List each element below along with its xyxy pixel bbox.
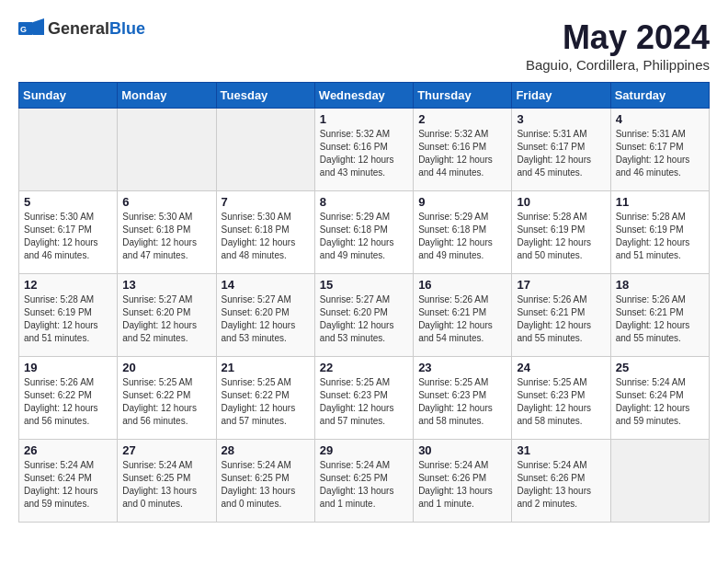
day-info: Sunrise: 5:25 AM Sunset: 6:22 PM Dayligh… [122, 376, 210, 428]
day-number: 8 [320, 195, 408, 209]
day-number: 6 [122, 195, 210, 209]
calendar-cell: 26Sunrise: 5:24 AM Sunset: 6:24 PM Dayli… [19, 440, 118, 523]
col-header-saturday: Saturday [610, 83, 709, 109]
day-number: 22 [320, 361, 408, 374]
day-number: 19 [24, 361, 112, 374]
day-info: Sunrise: 5:24 AM Sunset: 6:24 PM Dayligh… [616, 376, 704, 428]
day-number: 30 [418, 443, 506, 457]
calendar-cell: 17Sunrise: 5:26 AM Sunset: 6:21 PM Dayli… [512, 274, 610, 357]
day-info: Sunrise: 5:24 AM Sunset: 6:25 PM Dayligh… [320, 459, 408, 511]
calendar-cell [610, 440, 709, 523]
logo-icon: G [18, 18, 44, 39]
day-number: 2 [418, 112, 506, 126]
day-number: 26 [24, 443, 112, 457]
calendar-cell: 15Sunrise: 5:27 AM Sunset: 6:20 PM Dayli… [314, 274, 413, 357]
calendar-cell [118, 109, 216, 191]
calendar-cell: 23Sunrise: 5:25 AM Sunset: 6:23 PM Dayli… [414, 357, 512, 440]
calendar-cell: 8Sunrise: 5:29 AM Sunset: 6:18 PM Daylig… [314, 191, 413, 274]
calendar-cell: 31Sunrise: 5:24 AM Sunset: 6:26 PM Dayli… [512, 440, 610, 523]
calendar-cell: 25Sunrise: 5:24 AM Sunset: 6:24 PM Dayli… [610, 357, 709, 440]
day-number: 21 [222, 361, 310, 374]
day-number: 27 [122, 443, 210, 457]
day-info: Sunrise: 5:32 AM Sunset: 6:16 PM Dayligh… [320, 128, 408, 179]
day-number: 3 [517, 112, 605, 126]
calendar-cell: 6Sunrise: 5:30 AM Sunset: 6:18 PM Daylig… [118, 191, 216, 274]
calendar-cell: 13Sunrise: 5:27 AM Sunset: 6:20 PM Dayli… [118, 274, 216, 357]
col-header-thursday: Thursday [414, 83, 512, 109]
calendar-cell: 18Sunrise: 5:26 AM Sunset: 6:21 PM Dayli… [610, 274, 709, 357]
day-number: 13 [122, 278, 210, 292]
header: G GeneralBlue May 2024 Baguio, Cordiller… [18, 18, 710, 73]
week-row-5: 26Sunrise: 5:24 AM Sunset: 6:24 PM Dayli… [19, 440, 710, 523]
day-info: Sunrise: 5:27 AM Sunset: 6:20 PM Dayligh… [222, 293, 310, 345]
calendar-table: SundayMondayTuesdayWednesdayThursdayFrid… [18, 82, 710, 523]
day-info: Sunrise: 5:26 AM Sunset: 6:21 PM Dayligh… [517, 293, 605, 345]
day-number: 4 [616, 112, 704, 126]
calendar-cell: 7Sunrise: 5:30 AM Sunset: 6:18 PM Daylig… [216, 191, 314, 274]
day-info: Sunrise: 5:29 AM Sunset: 6:18 PM Dayligh… [418, 211, 506, 262]
calendar-cell: 10Sunrise: 5:28 AM Sunset: 6:19 PM Dayli… [512, 191, 610, 274]
day-info: Sunrise: 5:24 AM Sunset: 6:26 PM Dayligh… [418, 459, 506, 511]
day-info: Sunrise: 5:27 AM Sunset: 6:20 PM Dayligh… [320, 293, 408, 345]
col-header-wednesday: Wednesday [314, 83, 413, 109]
day-number: 31 [517, 443, 605, 457]
day-info: Sunrise: 5:24 AM Sunset: 6:24 PM Dayligh… [24, 459, 112, 511]
month-title: May 2024 [526, 18, 710, 57]
calendar-cell: 28Sunrise: 5:24 AM Sunset: 6:25 PM Dayli… [216, 440, 314, 523]
day-number: 17 [517, 278, 605, 292]
calendar-cell: 9Sunrise: 5:29 AM Sunset: 6:18 PM Daylig… [414, 191, 512, 274]
day-number: 11 [616, 195, 704, 209]
day-number: 18 [616, 278, 704, 292]
calendar-cell [216, 109, 314, 191]
calendar-cell: 4Sunrise: 5:31 AM Sunset: 6:17 PM Daylig… [610, 109, 709, 191]
day-info: Sunrise: 5:24 AM Sunset: 6:25 PM Dayligh… [122, 459, 210, 511]
day-number: 1 [320, 112, 408, 126]
calendar-cell: 27Sunrise: 5:24 AM Sunset: 6:25 PM Dayli… [118, 440, 216, 523]
day-info: Sunrise: 5:28 AM Sunset: 6:19 PM Dayligh… [616, 211, 704, 262]
day-info: Sunrise: 5:24 AM Sunset: 6:25 PM Dayligh… [222, 459, 310, 511]
calendar-cell: 21Sunrise: 5:25 AM Sunset: 6:22 PM Dayli… [216, 357, 314, 440]
title-area: May 2024 Baguio, Cordillera, Philippines [526, 18, 710, 73]
svg-text:G: G [20, 25, 27, 34]
day-number: 24 [517, 361, 605, 374]
day-number: 14 [222, 278, 310, 292]
day-info: Sunrise: 5:25 AM Sunset: 6:23 PM Dayligh… [517, 376, 605, 428]
col-header-sunday: Sunday [19, 83, 118, 109]
day-number: 7 [222, 195, 310, 209]
day-info: Sunrise: 5:31 AM Sunset: 6:17 PM Dayligh… [517, 128, 605, 179]
day-number: 16 [418, 278, 506, 292]
day-info: Sunrise: 5:28 AM Sunset: 6:19 PM Dayligh… [24, 293, 112, 345]
calendar-cell: 22Sunrise: 5:25 AM Sunset: 6:23 PM Dayli… [314, 357, 413, 440]
day-number: 29 [320, 443, 408, 457]
calendar-cell: 16Sunrise: 5:26 AM Sunset: 6:21 PM Dayli… [414, 274, 512, 357]
calendar-cell: 14Sunrise: 5:27 AM Sunset: 6:20 PM Dayli… [216, 274, 314, 357]
calendar-cell [19, 109, 118, 191]
day-info: Sunrise: 5:25 AM Sunset: 6:23 PM Dayligh… [320, 376, 408, 428]
day-info: Sunrise: 5:27 AM Sunset: 6:20 PM Dayligh… [122, 293, 210, 345]
day-number: 15 [320, 278, 408, 292]
svg-marker-2 [33, 18, 44, 35]
day-info: Sunrise: 5:25 AM Sunset: 6:22 PM Dayligh… [222, 376, 310, 428]
day-info: Sunrise: 5:31 AM Sunset: 6:17 PM Dayligh… [616, 128, 704, 179]
calendar-cell: 11Sunrise: 5:28 AM Sunset: 6:19 PM Dayli… [610, 191, 709, 274]
calendar-cell: 12Sunrise: 5:28 AM Sunset: 6:19 PM Dayli… [19, 274, 118, 357]
day-info: Sunrise: 5:32 AM Sunset: 6:16 PM Dayligh… [418, 128, 506, 179]
calendar-cell: 19Sunrise: 5:26 AM Sunset: 6:22 PM Dayli… [19, 357, 118, 440]
calendar-cell: 2Sunrise: 5:32 AM Sunset: 6:16 PM Daylig… [414, 109, 512, 191]
day-number: 28 [222, 443, 310, 457]
calendar-cell: 20Sunrise: 5:25 AM Sunset: 6:22 PM Dayli… [118, 357, 216, 440]
day-info: Sunrise: 5:24 AM Sunset: 6:26 PM Dayligh… [517, 459, 605, 511]
header-row: SundayMondayTuesdayWednesdayThursdayFrid… [19, 83, 710, 109]
calendar-cell: 30Sunrise: 5:24 AM Sunset: 6:26 PM Dayli… [414, 440, 512, 523]
day-info: Sunrise: 5:29 AM Sunset: 6:18 PM Dayligh… [320, 211, 408, 262]
day-info: Sunrise: 5:26 AM Sunset: 6:21 PM Dayligh… [418, 293, 506, 345]
day-number: 9 [418, 195, 506, 209]
logo-blue-text: Blue [109, 19, 145, 38]
week-row-3: 12Sunrise: 5:28 AM Sunset: 6:19 PM Dayli… [19, 274, 710, 357]
col-header-friday: Friday [512, 83, 610, 109]
calendar-cell: 3Sunrise: 5:31 AM Sunset: 6:17 PM Daylig… [512, 109, 610, 191]
day-info: Sunrise: 5:30 AM Sunset: 6:18 PM Dayligh… [122, 211, 210, 262]
col-header-tuesday: Tuesday [216, 83, 314, 109]
day-info: Sunrise: 5:25 AM Sunset: 6:23 PM Dayligh… [418, 376, 506, 428]
week-row-4: 19Sunrise: 5:26 AM Sunset: 6:22 PM Dayli… [19, 357, 710, 440]
